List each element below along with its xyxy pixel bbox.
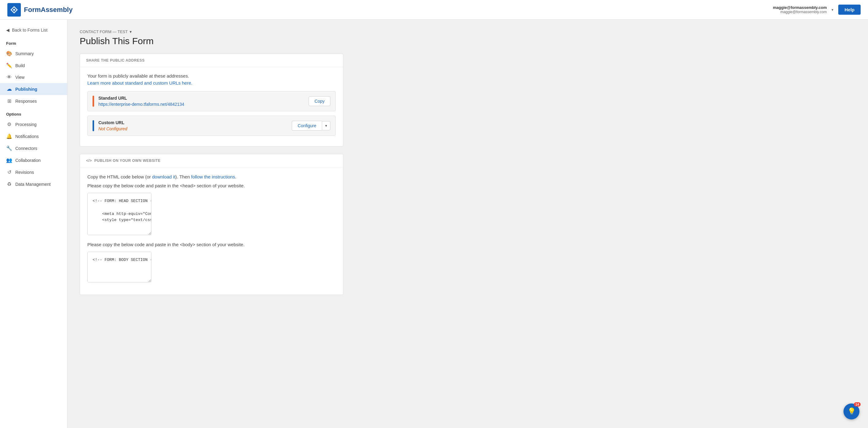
publishing-icon: ☁ [6,86,12,92]
connectors-icon: 🔧 [6,145,12,151]
configure-custom-url-button[interactable]: Configure [292,121,322,131]
logo-icon [7,3,21,17]
publish-card-body: Copy the HTML code below (or download it… [80,167,343,295]
learn-more-link[interactable]: Learn more about standard and custom URL… [87,80,192,86]
app-layout: ◀ Back to Forms List Form 🎨 Summary ✏️ B… [0,20,868,428]
custom-url-accent [93,120,94,131]
sidebar-label-build: Build [15,63,25,68]
breadcrumb-dropdown-icon[interactable]: ▾ [130,29,132,34]
custom-url-info: Custom URL Not Configured [98,120,127,131]
publish-header-text: PUBLISH ON YOUR OWN WEBSITE [94,158,161,163]
processing-icon: ⚙ [6,121,12,127]
logo: FormAssembly [7,3,73,17]
app-header: FormAssembly maggie@formassembly.com mag… [0,0,868,20]
sidebar-label-summary: Summary [15,51,34,56]
sidebar-item-view[interactable]: 👁 View [0,71,67,83]
sidebar-label-publishing: Publishing [15,87,37,92]
user-dropdown-arrow[interactable]: ▾ [832,8,833,12]
sidebar-label-notifications: Notifications [15,134,39,139]
publish-own-website-card: </> PUBLISH ON YOUR OWN WEBSITE Copy the… [80,154,343,295]
custom-url-value: Not Configured [98,126,127,131]
sidebar-label-responses: Responses [15,99,37,103]
responses-icon: ⊞ [6,98,12,104]
back-to-forms-link[interactable]: ◀ Back to Forms List [0,25,67,36]
share-public-address-card: SHARE THE PUBLIC ADDRESS Your form is pu… [80,54,343,147]
summary-icon: 🎨 [6,51,12,56]
back-link-label: Back to Forms List [12,28,48,32]
breadcrumb-text: CONTACT FORM — TEST [80,29,128,34]
sidebar-item-data-management[interactable]: ♻ Data Management [0,178,67,190]
user-email-secondary: maggie@formassembly.com [773,10,827,14]
share-header-text: SHARE THE PUBLIC ADDRESS [86,58,145,63]
publish-section-header: </> PUBLISH ON YOUR OWN WEBSITE [80,154,343,167]
user-info: maggie@formassembly.com maggie@formassem… [773,5,827,14]
code-instruction-1-middle: ). Then [175,174,191,179]
standard-url-info: Standard URL https://enterprise-demo.tfa… [98,96,184,107]
sidebar-label-connectors: Connectors [15,146,37,151]
notifications-icon: 🔔 [6,133,12,139]
main-content: CONTACT FORM — TEST ▾ Publish This Form … [67,20,868,428]
sidebar-label-processing: Processing [15,122,36,127]
body-code-textarea[interactable] [87,252,151,282]
share-section-header: SHARE THE PUBLIC ADDRESS [80,54,343,67]
breadcrumb: CONTACT FORM — TEST ▾ [80,29,856,34]
sidebar-label-view: View [15,75,25,80]
code-instruction-1-suffix: . [235,174,236,179]
share-description: Your form is publicly available at these… [87,73,336,79]
options-section-label: Options [0,107,67,118]
code-instruction-1-prefix: Copy the HTML code below (or [87,174,152,179]
sidebar-item-responses[interactable]: ⊞ Responses [0,95,67,107]
sidebar-item-processing[interactable]: ⚙ Processing [0,118,67,130]
standard-url-accent [93,96,94,107]
sidebar-item-build[interactable]: ✏️ Build [0,59,67,71]
badge-icon: 💡 [847,407,856,416]
code-instruction-2: Please copy the below code and paste in … [87,182,336,189]
custom-url-actions: Configure ▾ [292,121,331,131]
custom-url-label: Custom URL [98,120,127,125]
sidebar-item-summary[interactable]: 🎨 Summary [0,48,67,59]
data-management-icon: ♻ [6,181,12,187]
standard-url-actions: Copy [309,96,331,106]
sidebar-label-collaboration: Collaboration [15,158,41,163]
head-code-textarea[interactable] [87,193,151,235]
view-icon: 👁 [6,74,12,80]
follow-instructions-link[interactable]: follow the instructions [191,174,235,179]
sidebar-item-publishing[interactable]: ☁ Publishing [0,83,67,95]
download-link[interactable]: download it [152,174,175,179]
header-right: maggie@formassembly.com maggie@formassem… [773,5,861,15]
configure-dropdown-button[interactable]: ▾ [322,121,331,130]
standard-url-value: https://enterprise-demo.tfaforms.net/484… [98,102,184,107]
standard-url-box: Standard URL https://enterprise-demo.tfa… [87,91,336,111]
sidebar-item-connectors[interactable]: 🔧 Connectors [0,142,67,154]
share-card-body: Your form is publicly available at these… [80,67,343,146]
back-arrow-icon: ◀ [6,28,9,32]
sidebar-item-collaboration[interactable]: 👥 Collaboration [0,154,67,166]
revisions-icon: ↺ [6,169,12,175]
badge-count: 14 [854,402,861,406]
notification-badge[interactable]: 14 💡 [843,403,860,420]
standard-url-label: Standard URL [98,96,184,100]
help-button[interactable]: Help [838,5,861,15]
build-icon: ✏️ [6,63,12,68]
code-icon: </> [86,158,92,163]
copy-standard-url-button[interactable]: Copy [309,96,331,106]
sidebar-item-notifications[interactable]: 🔔 Notifications [0,130,67,142]
form-section-label: Form [0,38,67,48]
code-instruction-1: Copy the HTML code below (or download it… [87,174,336,181]
code-instruction-3: Please copy the below code and paste in … [87,241,336,248]
sidebar-label-revisions: Revisions [15,170,34,175]
standard-url-left: Standard URL https://enterprise-demo.tfa… [93,96,184,107]
user-email-primary: maggie@formassembly.com [773,5,827,10]
page-title: Publish This Form [80,36,856,46]
custom-url-box: Custom URL Not Configured Configure ▾ [87,116,336,136]
logo-text: FormAssembly [24,6,73,14]
sidebar: ◀ Back to Forms List Form 🎨 Summary ✏️ B… [0,20,67,428]
custom-url-left: Custom URL Not Configured [93,120,127,131]
sidebar-item-revisions[interactable]: ↺ Revisions [0,166,67,178]
sidebar-label-data-management: Data Management [15,182,51,187]
collaboration-icon: 👥 [6,157,12,163]
